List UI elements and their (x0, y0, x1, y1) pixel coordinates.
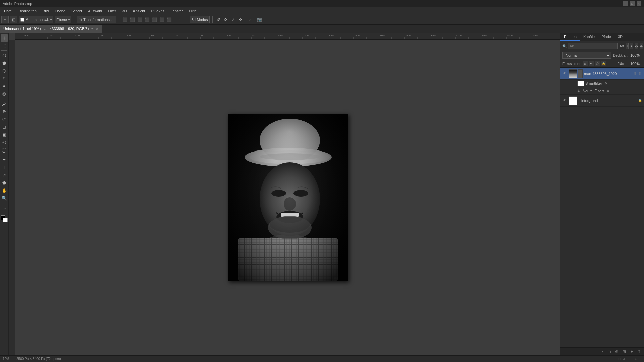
camera-icon[interactable]: 📷 (257, 16, 263, 23)
layer-visibility-2[interactable]: 👁 (562, 98, 567, 103)
opacity-value[interactable]: 100% (630, 53, 642, 57)
spin-icon[interactable]: ⟳ (223, 16, 229, 23)
tab-kanale[interactable]: Kanäle (580, 33, 598, 41)
distribute-icon[interactable]: ⬛ (144, 16, 150, 23)
layer-fx-button[interactable]: fx (599, 349, 605, 355)
shape-tool[interactable]: ⬟ (1, 179, 8, 186)
more-tools[interactable]: ··· (1, 204, 8, 212)
layer-delete-button[interactable]: 🗑 (636, 349, 642, 355)
crop-tool[interactable]: ⌗ (1, 75, 8, 82)
more-options-icon[interactable]: ··· (178, 16, 184, 23)
layer-group-button[interactable]: ⊞ (621, 349, 627, 355)
filter-attr-icon[interactable]: ⊕ (640, 43, 643, 49)
filter-mode-icon[interactable]: ⚙ (635, 43, 638, 49)
layer-mask-button[interactable]: ◻ (606, 349, 612, 355)
status-icon6: ◻ (639, 357, 641, 361)
tab-pfade[interactable]: Pfade (598, 33, 614, 41)
marquee-tool[interactable]: ⬡ (1, 52, 8, 59)
lasso-tool[interactable]: ⬟ (1, 59, 8, 67)
tab-3d[interactable]: 3D (614, 33, 626, 41)
path-tool[interactable]: ↗ (1, 171, 8, 179)
menu-ebene[interactable]: Ebene (52, 8, 68, 14)
layer-new-button[interactable]: + (629, 349, 635, 355)
auto-select-dropdown[interactable]: Autom. auswi. ▾ (19, 16, 53, 23)
align-center-icon[interactable]: ⬛ (129, 16, 136, 23)
blur-tool[interactable]: ◎ (1, 138, 8, 146)
hand-tool[interactable]: ✋ (1, 187, 8, 194)
lock-pixels-button[interactable]: ⊞ (583, 61, 588, 66)
canvas-area[interactable]: -2800-2400-2000-1600-1200-800-4000400800… (9, 33, 560, 355)
home-icon[interactable]: ⌂ (1, 16, 9, 23)
align-left-icon[interactable]: ⬛ (122, 16, 128, 23)
fill-label: Fläche: (617, 62, 628, 66)
pen-tool[interactable]: ✒ (1, 156, 8, 163)
object-select-tool[interactable]: ⬡ (1, 67, 8, 74)
align-bottom-icon[interactable]: ⬛ (166, 16, 172, 23)
artboard-tool[interactable]: ⬚ (1, 42, 8, 49)
ruler-top-svg: -2800-2400-2000-1600-1200-800-4000400800… (15, 33, 560, 40)
align-right-icon[interactable]: ⬛ (137, 16, 143, 23)
smartfilter-options[interactable]: ⚙ (603, 81, 608, 86)
3d-mode-dropdown[interactable]: 3d-Modus (190, 16, 210, 23)
layer-options-1[interactable]: ⚙ (638, 72, 642, 76)
document-tab[interactable]: Unbenannt-1 bei 19% (man-4333898_1920, R… (0, 25, 102, 33)
auto-select-checkbox[interactable] (20, 18, 24, 22)
rotate-icon[interactable]: ↺ (215, 16, 221, 23)
color-picker[interactable] (1, 215, 8, 223)
healing-tool[interactable]: ✙ (1, 90, 8, 98)
tool-icon[interactable]: ⊞ (10, 16, 17, 23)
gradient-tool[interactable]: ▣ (1, 131, 8, 138)
transform-dropdown[interactable]: ⊞ Transformationsstr. (77, 16, 116, 23)
menu-3d[interactable]: 3D (119, 8, 129, 14)
layer-visibility-1[interactable]: 👁 (562, 71, 567, 76)
menu-fenster[interactable]: Fenster (168, 8, 185, 14)
menu-hilfe[interactable]: Hilfe (186, 8, 199, 14)
close-tab-button[interactable]: ✕ (96, 27, 98, 31)
background-color[interactable] (3, 218, 8, 222)
maximize-button[interactable]: □ (630, 1, 635, 6)
minimize-button[interactable]: ─ (623, 1, 628, 6)
align-top-icon[interactable]: ⬛ (152, 16, 158, 23)
fill-value[interactable]: 100% (630, 62, 642, 66)
menu-bild[interactable]: Bild (40, 8, 51, 14)
lock-all-button[interactable]: 🔒 (601, 61, 606, 66)
filter-effect-icon[interactable]: ✦ (630, 43, 633, 49)
eyedropper-tool[interactable]: ✒ (1, 82, 8, 90)
ebene-dropdown[interactable]: Ebene ▾ (55, 16, 71, 23)
text-tool[interactable]: T (1, 164, 8, 171)
history-tool[interactable]: ⟳ (1, 115, 8, 123)
menu-filter[interactable]: Filter (105, 8, 119, 14)
dodge-tool[interactable]: ◯ (1, 146, 8, 154)
layer-item-smart[interactable]: 👁 man-4333898_1920 ⚙ ⚙ (560, 68, 644, 80)
clone-tool[interactable]: ⊕ (1, 108, 8, 115)
align-middle-icon[interactable]: ⬛ (159, 16, 165, 23)
zoom-tool[interactable]: 🔍 (1, 194, 8, 202)
layer-item-background[interactable]: 👁 Hintergrund 🔒 (560, 95, 644, 107)
filter-type-dropdown[interactable]: Art (619, 44, 625, 48)
blend-mode-dropdown[interactable]: Normal (562, 52, 611, 59)
svg-text:1200: 1200 (278, 34, 283, 37)
neuralfilter-options[interactable]: ⚙ (606, 88, 610, 93)
close-button[interactable]: ✕ (637, 1, 641, 6)
layer-adjustment-button[interactable]: ⊕ (614, 349, 620, 355)
brush-tool[interactable]: 🖌 (1, 100, 8, 107)
pan-icon[interactable]: ✛ (237, 16, 244, 23)
ruler-vertical (9, 40, 15, 355)
tool-sep3 (1, 155, 7, 155)
layers-search-input[interactable] (568, 43, 618, 49)
menu-auswahl[interactable]: Auswahl (85, 8, 105, 14)
menu-schrift[interactable]: Schrift (69, 8, 85, 14)
tab-ebenen[interactable]: Ebenen (560, 33, 580, 41)
move-tool[interactable]: ✛ (1, 34, 8, 42)
menu-datei[interactable]: Datei (1, 8, 15, 14)
menu-bearbeiten[interactable]: Bearbeiten (16, 8, 39, 14)
eraser-tool[interactable]: ◻ (1, 123, 8, 130)
menu-plugins[interactable]: Plug-ins (148, 8, 167, 14)
lock-artboard-button[interactable]: ⬡ (595, 61, 600, 66)
slide-icon[interactable]: ⟶ (245, 16, 251, 23)
menu-ansicht[interactable]: Ansicht (130, 8, 148, 14)
scale-icon[interactable]: ⤢ (230, 16, 236, 23)
lock-position-button[interactable]: ✒ (589, 61, 594, 66)
svg-text:4000: 4000 (456, 34, 462, 37)
filter-kind-icon[interactable]: T (626, 43, 629, 49)
